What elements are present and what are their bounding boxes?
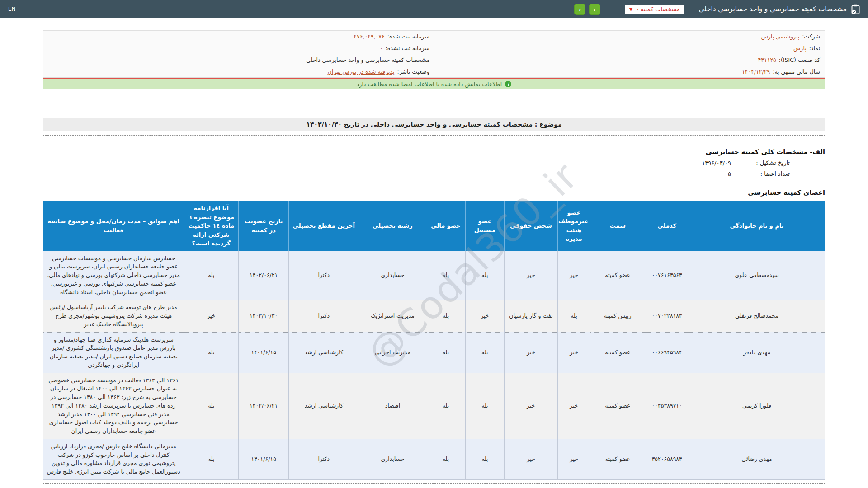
notice-text: اطلاعات نمایش داده شده با اطلاعات امضا ش… [357, 81, 502, 88]
isic-code-value: ۴۴۱۱۲۵ [758, 56, 776, 63]
info-row: سال مالی منتهی به: ۱۴۰۴/۱۲/۲۹ وضعیت ناشر… [43, 66, 825, 78]
dashed-separator [43, 483, 825, 484]
member-cell: کارشناسی ارشد [288, 373, 359, 439]
chevron-down-icon: ▼ [629, 7, 633, 12]
info-icon: i [505, 81, 511, 87]
member-cell: ۱۴۰۳/۱۰/۳۰ [239, 300, 289, 332]
members-column-header: عضو مستقل [465, 201, 504, 251]
member-cell: بله [426, 300, 465, 332]
member-cell: بله [184, 332, 239, 373]
member-cell: رییس کمیته [590, 300, 645, 332]
next-report-button[interactable]: › [589, 4, 600, 15]
members-column-header: تاریخ عضویت در کمیته [239, 201, 289, 251]
report-title-group: مشخصات کمیته حسابرسی و واحد حسابرسی داخل… [699, 4, 860, 14]
formation-date-label: تاریخ تشکیل : [746, 160, 790, 166]
unregistered-capital-value: ۰ [380, 45, 383, 52]
member-history-cell: حسابرس سازمان حسابرسی و موسسات حسابرسی ع… [43, 251, 184, 300]
member-history-cell: مدیر طرح های توسعه شرکت پلیمر آریاساسول … [43, 300, 184, 332]
members-column-header: آخرین مقطع تحصیلی [288, 201, 359, 251]
member-cell: بله [184, 439, 239, 479]
members-table-heading: اعضای کمیته حسابرسی [43, 189, 825, 196]
member-cell: ۱۴۰۱/۶/۱۵ [239, 439, 289, 479]
members-column-header: آیا اقرارنامه موضوع تبصره ٦ ماده ١٤ حاکم… [184, 201, 239, 251]
member-cell: ۱۴۰۲/۰۶/۲۱ [239, 251, 289, 300]
member-cell: عضو کمیته [590, 251, 645, 300]
member-cell: حسابداری [359, 251, 426, 300]
member-cell: خیر [557, 251, 590, 300]
member-cell: خیر [505, 373, 558, 439]
member-row: محمدصالح قرنفلی۰۰۷۰۲۲۸۱۸۳رییس کمیتهبلهنف… [43, 300, 825, 332]
company-label: شرکت: [802, 33, 820, 40]
isic-code-label: کد صنعت (ISIC): [779, 56, 820, 63]
member-cell: عضو کمیته [590, 332, 645, 373]
member-row: فلورا کریمی۰۰۳۵۳۸۹۷۱۰عضو کمیتهخیرخیربلهب… [43, 373, 825, 439]
members-column-header: نام و نام خانوادگی [689, 201, 825, 251]
formation-date-row: تاریخ تشکیل : ۱۳۹۶/۰۳/۰۹ [43, 160, 825, 166]
member-history-cell: سرپرست هلدینگ سرمایه گذاری صبا جهاد/مشاو… [43, 332, 184, 373]
member-cell: محمدصالح قرنفلی [689, 300, 825, 332]
member-cell: دکترا [288, 251, 359, 300]
member-cell: بله [426, 332, 465, 373]
report-name-text: مشخصات کمیته حسابرسی و واحد حسابرسی داخل… [306, 56, 429, 63]
member-cell: سیدمصطفی علوی [689, 251, 825, 300]
fiscal-year-value: ۱۴۰۴/۱۲/۲۹ [742, 68, 770, 75]
registered-capital-label: سرمایه ثبت شده: [387, 33, 429, 40]
member-count-row: تعداد اعضا : ۵ [43, 170, 825, 177]
member-count-label: تعداد اعضا : [746, 170, 790, 177]
member-cell: خیر [505, 251, 558, 300]
members-column-header: اهم سوابق – مدت زمان/محل و موضوع سابقه ف… [43, 201, 184, 251]
member-cell: مهدی دادفر [689, 332, 825, 373]
member-cell: بله [557, 300, 590, 332]
dashed-separator [43, 135, 825, 136]
issuer-status-label: وضعیت ناشر: [397, 68, 429, 75]
member-cell: بله [426, 373, 465, 439]
symbol-label: نماد: [809, 45, 820, 52]
members-column-header: کدملی [645, 201, 689, 251]
info-row: کد صنعت (ISIC): ۴۴۱۱۲۵ مشخصات کمیته حساب… [43, 54, 825, 66]
member-cell: ۳۵۲۰۶۵۸۹۸۴ [645, 439, 689, 479]
member-cell: بله [184, 251, 239, 300]
members-column-header: سمت [590, 201, 645, 251]
members-column-header: عضو مالی [426, 201, 465, 251]
member-row: مهدی دادفر۰۰۶۶۹۴۵۹۸۴عضو کمیتهخیرخیربلهبل… [43, 332, 825, 373]
registered-capital-value: ۴۷۶,۰۴۹,۰۷۶ [354, 33, 384, 40]
unregistered-capital-label: سرمایه ثبت نشده: [386, 45, 429, 52]
member-cell: عضو کمیته [590, 439, 645, 479]
main-content: شرکت: پتروشیمی پارس سرمایه ثبت شده: ۴۷۶,… [43, 30, 825, 488]
member-cell: خیر [557, 332, 590, 373]
member-cell: دکترا [288, 300, 359, 332]
symbol-link[interactable]: پارس [793, 45, 807, 52]
member-cell: فلورا کریمی [689, 373, 825, 439]
member-cell: بله [465, 332, 504, 373]
member-cell: ۰۰۷۶۱۶۳۵۶۳ [645, 251, 689, 300]
clipboard-icon [851, 4, 860, 14]
member-cell: نفت و گاز پارسیان [505, 300, 558, 332]
member-history-cell: ۱۳۶۱ الی ۱۳۶۳ فعالیت در موسسه حسابرسی خص… [43, 373, 184, 439]
formation-date-value: ۱۳۹۶/۰۳/۰۹ [702, 160, 731, 166]
member-cell: خیر [557, 373, 590, 439]
member-cell: خیر [505, 439, 558, 479]
company-name-link[interactable]: پتروشیمی پارس [761, 33, 800, 40]
member-count-value: ۵ [728, 170, 731, 177]
members-header-row: نام و نام خانوادگیکدملیسمتعضو غیرموظف هی… [43, 201, 825, 251]
english-language-link[interactable]: EN [8, 6, 16, 12]
member-cell: کارشناسی ارشد [288, 332, 359, 373]
member-cell: خیر [505, 332, 558, 373]
issuer-status-link[interactable]: پذیرفته شده در بورس تهران [327, 68, 394, 75]
member-cell: بله [426, 439, 465, 479]
members-column-header: رشته تحصیلی [359, 201, 426, 251]
member-cell: ۰۰۷۰۲۲۸۱۸۳ [645, 300, 689, 332]
member-cell: خیر [184, 300, 239, 332]
member-cell: اقتصاد [359, 373, 426, 439]
member-cell: حسابداری [359, 439, 426, 479]
member-cell: بله [465, 373, 504, 439]
member-cell: بله [426, 251, 465, 300]
fiscal-year-label: سال مالی منتهی به: [773, 68, 820, 75]
previous-report-button[interactable]: ‹ [574, 4, 585, 15]
report-type-label: مشخصات کمیته ‹ [636, 6, 679, 13]
subject-bar: موضوع : مشخصات کمیته حسابرسی و واحد حساب… [43, 118, 825, 131]
member-cell: ۰۰۳۵۳۸۹۷۱۰ [645, 373, 689, 439]
report-type-dropdown[interactable]: مشخصات کمیته ‹ ▼ [625, 5, 684, 14]
member-cell: بله [184, 373, 239, 439]
member-cell: ۱۴۰۲/۰۶/۲۱ [239, 373, 289, 439]
